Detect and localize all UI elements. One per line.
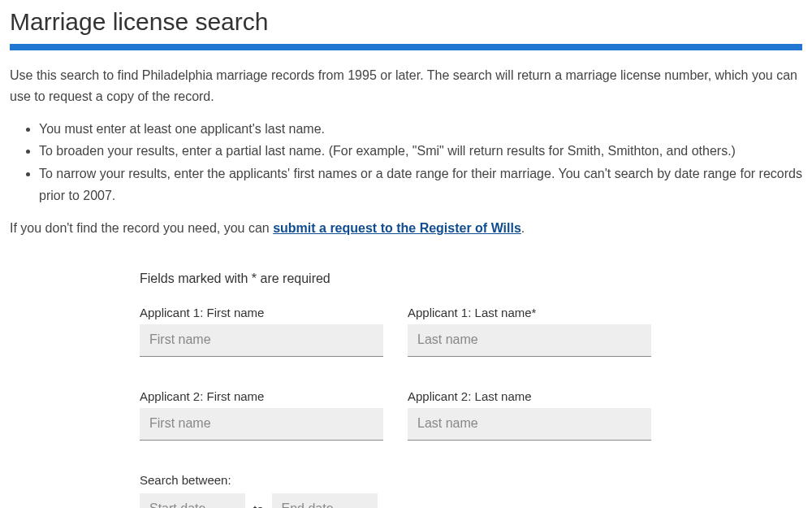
applicant-1-last-group: Applicant 1: Last name* [408,306,651,357]
applicant-1-last-label: Applicant 1: Last name* [408,306,651,319]
title-divider [10,44,802,50]
applicant-1-first-input[interactable] [140,324,383,357]
date-range-separator: to [253,502,264,508]
page-title: Marriage license search [10,8,802,36]
start-date-input[interactable] [140,493,245,508]
applicant-2-last-input[interactable] [408,408,651,441]
required-note: Fields marked with * are required [140,271,802,286]
search-form: Fields marked with * are required Applic… [10,271,802,508]
applicant-2-row: Applicant 2: First name Applicant 2: Las… [140,389,802,441]
applicant-1-last-input[interactable] [408,324,651,357]
date-range-label: Search between: [140,473,802,487]
register-of-wills-link[interactable]: submit a request to the Register of Will… [273,221,521,235]
instruction-list: You must enter at least one applicant's … [39,118,802,206]
applicant-1-first-label: Applicant 1: First name [140,306,383,319]
date-range-row: to [140,493,802,508]
instruction-item: To broaden your results, enter a partial… [39,140,802,162]
applicant-2-first-label: Applicant 2: First name [140,389,383,403]
fallback-prefix: If you don't find the record you need, y… [10,221,273,235]
instruction-item: To narrow your results, enter the applic… [39,163,802,206]
intro-paragraph: Use this search to find Philadelphia mar… [10,65,802,106]
fallback-suffix: . [521,221,525,235]
applicant-2-last-label: Applicant 2: Last name [408,389,651,403]
instruction-item: You must enter at least one applicant's … [39,118,802,140]
applicant-1-first-group: Applicant 1: First name [140,306,383,357]
applicant-2-first-input[interactable] [140,408,383,441]
end-date-input[interactable] [272,493,378,508]
applicant-2-first-group: Applicant 2: First name [140,389,383,441]
applicant-1-row: Applicant 1: First name Applicant 1: Las… [140,306,802,357]
date-range-section: Search between: to [140,473,802,508]
applicant-2-last-group: Applicant 2: Last name [408,389,651,441]
fallback-text: If you don't find the record you need, y… [10,218,802,239]
